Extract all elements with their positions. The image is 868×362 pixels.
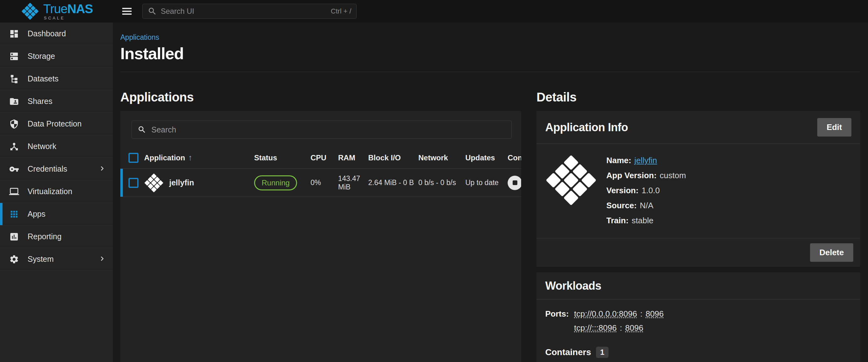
column-header-network[interactable]: Network: [418, 154, 465, 162]
port-line: Ports: tcp://0.0.0.0:8096 : 8096: [545, 309, 851, 319]
port-host-link[interactable]: tcp://:::8096: [574, 323, 617, 333]
table-row-jellyfin[interactable]: jellyfin Running 0% 143.47 MiB 2.64 MiB …: [120, 169, 521, 197]
workloads-card: Workloads Ports: tcp://0.0.0.0:8096 : 80…: [536, 272, 860, 362]
laptop-icon: [9, 186, 20, 197]
updates-value: Up to date: [465, 178, 508, 187]
top-bar: TrueNAS SCALE Ctrl + /: [0, 0, 868, 23]
containers-header: Containers 1: [545, 347, 851, 358]
cpu-value: 0%: [311, 178, 338, 187]
sidebar-item-credentials[interactable]: Credentials: [0, 158, 113, 180]
key-icon: [9, 164, 20, 174]
containers-count-badge: 1: [596, 347, 608, 358]
row-checkbox[interactable]: [128, 178, 138, 188]
sidebar-item-label: Dashboard: [28, 29, 66, 38]
storage-icon: [9, 51, 20, 62]
logo-title: TrueNAS: [43, 2, 93, 15]
block-io-value: 2.64 MiB - 0 B: [368, 178, 418, 187]
sidebar-item-label: Apps: [28, 209, 45, 219]
truenas-gem-icon: [21, 2, 39, 20]
breadcrumb[interactable]: Applications: [120, 33, 860, 42]
applications-card: Application↑ Status CPU RAM Block I/O Ne…: [120, 111, 521, 362]
ram-value: 143.47 MiB: [338, 174, 368, 191]
sidebar-item-label: System: [28, 255, 54, 264]
sidebar-item-virtualization[interactable]: Virtualization: [0, 180, 113, 203]
sidebar-item-reporting[interactable]: Reporting: [0, 226, 113, 248]
truenas-app-window: TrueNAS SCALE Ctrl + / Dashboard Storage: [0, 0, 868, 362]
sidebar-item-system[interactable]: System: [0, 248, 113, 270]
delete-button[interactable]: Delete: [810, 243, 853, 262]
sidebar-item-label: Shares: [28, 97, 52, 106]
edit-button[interactable]: Edit: [817, 118, 851, 136]
sidebar: Dashboard Storage Datasets Shares Data P…: [0, 23, 113, 362]
sidebar-item-data-protection[interactable]: Data Protection: [0, 113, 113, 135]
chevron-right-icon: [98, 254, 106, 264]
app-name: jellyfin: [169, 178, 194, 187]
status-badge: Running: [254, 175, 297, 190]
gear-icon: [9, 254, 20, 265]
port-line: tcp://:::8096 : 8096: [545, 323, 851, 333]
ports-label: Ports:: [545, 309, 574, 319]
applications-search: [132, 121, 512, 139]
sidebar-item-datasets[interactable]: Datasets: [0, 68, 113, 90]
sidebar-item-apps[interactable]: Apps: [0, 203, 113, 226]
table-header: Application↑ Status CPU RAM Block I/O Ne…: [120, 147, 521, 169]
dashboard-icon: [9, 29, 20, 39]
sidebar-item-label: Network: [28, 142, 56, 151]
jellyfin-app-icon-large: [545, 154, 597, 206]
search-shortcut-hint: Ctrl + /: [331, 7, 351, 15]
sidebar-item-label: Datasets: [28, 74, 59, 83]
sidebar-item-label: Virtualization: [28, 187, 72, 196]
sidebar-item-label: Storage: [28, 52, 55, 61]
bar-chart-icon: [9, 231, 20, 242]
sidebar-item-label: Reporting: [28, 232, 61, 241]
search-icon: [148, 7, 157, 16]
truenas-logo[interactable]: TrueNAS SCALE: [0, 2, 113, 20]
field-name: Name:jellyfin: [606, 156, 686, 165]
port-container-link[interactable]: 8096: [625, 323, 643, 333]
column-header-ram[interactable]: RAM: [338, 154, 368, 162]
sidebar-item-storage[interactable]: Storage: [0, 45, 113, 68]
column-header-application[interactable]: Application↑: [144, 153, 254, 163]
sidebar-item-dashboard[interactable]: Dashboard: [0, 23, 113, 45]
jellyfin-app-icon: [144, 173, 163, 193]
datasets-icon: [9, 74, 20, 84]
sidebar-item-network[interactable]: Network: [0, 135, 113, 158]
port-host-link[interactable]: tcp://0.0.0.0:8096: [574, 309, 637, 319]
field-source: Source:N/A: [606, 201, 686, 210]
application-info-card: Application Info Edit Name:jellyfin App …: [536, 111, 860, 267]
menu-toggle-icon[interactable]: [122, 6, 132, 16]
column-header-cpu[interactable]: CPU: [311, 154, 338, 162]
logo-subtitle: SCALE: [44, 16, 93, 20]
port-container-link[interactable]: 8096: [646, 309, 664, 319]
content-area: Applications Installed Applications: [113, 23, 868, 362]
selected-row-accent: [120, 169, 123, 197]
applications-search-input[interactable]: [151, 125, 506, 134]
column-header-block-io[interactable]: Block I/O: [368, 154, 418, 162]
chevron-right-icon: [98, 164, 106, 174]
page-title: Installed: [120, 44, 860, 63]
shares-icon: [9, 96, 20, 107]
column-header-control[interactable]: Control: [508, 154, 521, 162]
details-section-title: Details: [536, 90, 860, 104]
column-header-status[interactable]: Status: [254, 154, 311, 162]
app-name-link[interactable]: jellyfin: [634, 156, 657, 165]
select-all-checkbox[interactable]: [128, 153, 138, 163]
ports-block: Ports: tcp://0.0.0.0:8096 : 8096 tcp://:…: [545, 309, 851, 333]
global-search-input[interactable]: [161, 7, 331, 15]
shield-icon: [9, 119, 20, 129]
stop-app-button[interactable]: [508, 176, 521, 190]
network-hub-icon: [9, 141, 20, 152]
column-header-updates[interactable]: Updates: [465, 154, 508, 162]
workloads-title: Workloads: [545, 279, 601, 293]
apps-grid-icon: [9, 209, 20, 220]
field-train: Train:stable: [606, 216, 686, 226]
sidebar-item-label: Credentials: [28, 164, 67, 173]
sort-ascending-icon: ↑: [188, 153, 192, 162]
applications-section-title: Applications: [120, 90, 521, 104]
global-search: Ctrl + /: [142, 4, 356, 19]
sidebar-item-shares[interactable]: Shares: [0, 90, 113, 113]
network-value: 0 b/s - 0 b/s: [418, 178, 465, 187]
field-version: Version:1.0.0: [606, 186, 686, 195]
search-icon: [137, 125, 146, 134]
application-info-title: Application Info: [545, 121, 628, 134]
